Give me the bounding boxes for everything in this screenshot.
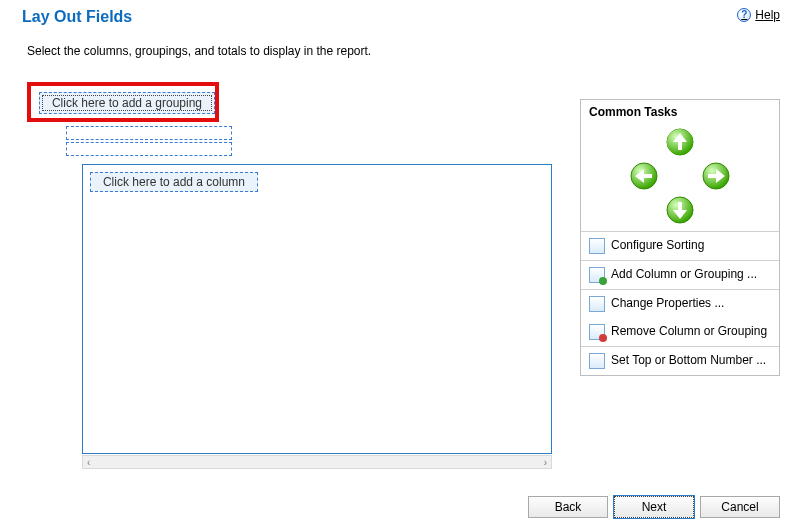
task-configure-sorting[interactable]: Configure Sorting (581, 232, 779, 260)
task-label: Configure Sorting (611, 238, 771, 252)
add-grouping-placeholder[interactable]: Click here to add a grouping (39, 92, 215, 114)
add-grouping-label: Click here to add a grouping (42, 95, 212, 111)
help-link[interactable]: ? Help (737, 8, 780, 22)
grouping-highlight-annotation: Click here to add a grouping (27, 82, 219, 122)
common-tasks-title: Common Tasks (581, 100, 779, 121)
next-button[interactable]: Next (614, 496, 694, 518)
chevron-left-icon[interactable]: ‹ (83, 457, 94, 468)
task-label: Remove Column or Grouping (611, 324, 771, 338)
task-set-top-or-bottom-number[interactable]: Set Top or Bottom Number ... (581, 347, 779, 375)
sort-icon (589, 238, 605, 254)
move-arrows-area (581, 121, 779, 231)
grouping-slot-placeholder[interactable] (66, 126, 232, 140)
back-button[interactable]: Back (528, 496, 608, 518)
layout-canvas: Click here to add a grouping Click here … (27, 82, 557, 466)
task-label: Set Top or Bottom Number ... (611, 353, 771, 367)
page-title: Lay Out Fields (22, 8, 782, 26)
task-change-properties[interactable]: Change Properties ... (581, 290, 779, 318)
task-remove-column-or-grouping[interactable]: Remove Column or Grouping (581, 318, 779, 346)
add-column-placeholder[interactable]: Click here to add a column (90, 172, 258, 192)
help-label: Help (755, 8, 780, 22)
help-icon: ? (737, 8, 751, 22)
chevron-right-icon[interactable]: › (540, 457, 551, 468)
move-right-button[interactable] (701, 161, 731, 191)
grouping-slot-placeholder[interactable] (66, 142, 232, 156)
wizard-button-row: Back Next Cancel (528, 496, 780, 518)
move-down-button[interactable] (665, 195, 695, 225)
report-body-area[interactable]: Click here to add a column (82, 164, 552, 454)
properties-icon (589, 296, 605, 312)
task-label: Add Column or Grouping ... (611, 267, 771, 281)
top-bottom-icon (589, 353, 605, 369)
cancel-button[interactable]: Cancel (700, 496, 780, 518)
add-column-icon (589, 267, 605, 283)
instruction-text: Select the columns, groupings, and total… (0, 30, 798, 58)
header: Lay Out Fields (0, 0, 798, 30)
horizontal-scrollbar[interactable]: ‹ › (82, 455, 552, 469)
task-add-column-or-grouping[interactable]: Add Column or Grouping ... (581, 261, 779, 289)
remove-column-icon (589, 324, 605, 340)
common-tasks-panel: Common Tasks Configure Sorting (580, 99, 780, 376)
task-label: Change Properties ... (611, 296, 771, 310)
move-up-button[interactable] (665, 127, 695, 157)
move-left-button[interactable] (629, 161, 659, 191)
